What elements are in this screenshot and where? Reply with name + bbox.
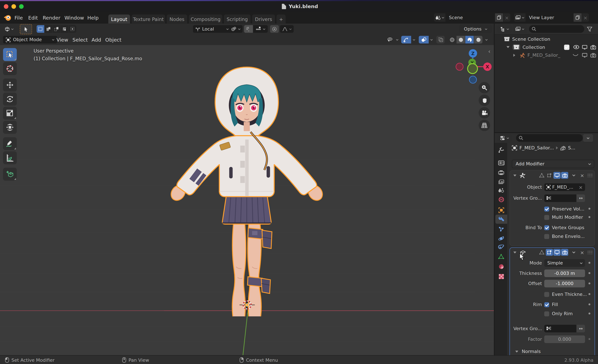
multi-modifier-checkbox[interactable]: [544, 215, 549, 220]
close-window-button[interactable]: [4, 4, 8, 9]
menubar-render[interactable]: Render: [43, 11, 60, 24]
add-modifier-dropdown[interactable]: Add Modifier: [512, 160, 594, 168]
tab-output-properties[interactable]: [495, 168, 507, 177]
shading-wireframe-button[interactable]: [448, 36, 456, 43]
drag-handle-icon[interactable]: [587, 250, 593, 254]
select-mode-set-button[interactable]: [37, 25, 44, 33]
tab-particle-properties[interactable]: [495, 225, 507, 234]
preserve-volume-checkbox[interactable]: [544, 206, 549, 211]
tab-object-data-properties[interactable]: [495, 252, 507, 261]
disable-viewport-monitor-icon[interactable]: [582, 45, 587, 50]
solidify-thickness-slider[interactable]: -0.003 m: [544, 269, 585, 277]
viewport-menu-object[interactable]: Object: [105, 34, 122, 45]
clear-object-icon[interactable]: ×: [579, 185, 583, 190]
collection-checkbox[interactable]: [564, 44, 570, 50]
workspace-tab-compositing[interactable]: Compositing: [189, 15, 223, 24]
workspace-tab-drivers[interactable]: Drivers: [252, 15, 275, 24]
overlays-dropdown[interactable]: [429, 36, 434, 43]
select-mode-invert-button[interactable]: [61, 25, 68, 33]
view-layer-name-field[interactable]: View Layer: [526, 13, 576, 22]
proportional-falloff-dropdown[interactable]: [280, 25, 294, 33]
solidify-factor-slider[interactable]: 0.000: [544, 335, 585, 343]
on-cage-toggle[interactable]: [546, 249, 553, 256]
outliner-row-scene-collection[interactable]: Scene Collection: [495, 35, 598, 43]
show-overlays-toggle[interactable]: [419, 36, 429, 43]
shading-material-preview-button[interactable]: [465, 36, 473, 43]
properties-options-dropdown[interactable]: [583, 134, 593, 142]
select-mode-extend-button[interactable]: [45, 25, 52, 33]
shading-dropdown[interactable]: [483, 36, 489, 43]
view-layer-browse-button[interactable]: [514, 13, 525, 22]
show-in-viewport-toggle[interactable]: [553, 249, 561, 256]
show-in-viewport-toggle[interactable]: [553, 172, 561, 179]
breadcrumb-object-name[interactable]: F_MED_Sailor...: [519, 145, 554, 151]
navigation-gizmo[interactable]: Z Y X: [452, 46, 494, 88]
proportional-editing-toggle[interactable]: [270, 25, 279, 33]
tab-view-layer-properties[interactable]: [495, 177, 507, 186]
outliner-display-mode-dropdown[interactable]: [498, 25, 511, 33]
tool-add-primitive[interactable]: [3, 168, 17, 181]
object-visibility-dropdown[interactable]: [384, 36, 399, 43]
scene-name-field[interactable]: Scene: [446, 13, 498, 22]
blender-logo-icon[interactable]: [4, 14, 12, 21]
expand-collection-icon[interactable]: [507, 46, 510, 48]
show-in-render-toggle[interactable]: [561, 172, 568, 179]
disable-render-camera-icon[interactable]: [590, 45, 596, 50]
menubar-window[interactable]: Window: [64, 11, 84, 24]
xray-toggle[interactable]: [436, 36, 445, 43]
viewport-menu-select[interactable]: Select: [73, 34, 88, 45]
tab-render-properties[interactable]: [495, 158, 507, 167]
only-rim-checkbox[interactable]: [544, 311, 549, 316]
tool-transform[interactable]: [3, 121, 17, 134]
tab-material-properties[interactable]: [495, 262, 507, 271]
outliner-filter-type-dropdown[interactable]: [513, 25, 527, 33]
collapse-panel-icon[interactable]: [514, 174, 516, 176]
camera-view-button[interactable]: [479, 107, 490, 119]
properties-display-dropdown[interactable]: [498, 134, 511, 142]
minimize-window-button[interactable]: [11, 4, 16, 9]
snap-target-dropdown[interactable]: [253, 25, 268, 33]
hide-eye-icon[interactable]: [573, 45, 579, 49]
shading-rendered-button[interactable]: [474, 36, 482, 43]
armature-object-field[interactable]: F_MED_... ×: [544, 183, 585, 191]
solidify-mode-dropdown[interactable]: Simple: [544, 259, 585, 267]
even-thickness-checkbox[interactable]: [544, 292, 549, 297]
modifier-extras-dropdown[interactable]: [572, 251, 576, 254]
disable-viewport-monitor-icon[interactable]: [582, 53, 587, 57]
remove-modifier-button[interactable]: ×: [580, 250, 584, 255]
hidden-closed-eye-icon[interactable]: [573, 53, 579, 57]
shading-solid-button[interactable]: [457, 36, 465, 43]
tab-texture-properties[interactable]: [495, 272, 507, 281]
workspace-tab-layout[interactable]: Layout: [108, 15, 130, 24]
scene-browse-button[interactable]: [434, 13, 446, 22]
modifier-extras-dropdown[interactable]: [572, 174, 576, 176]
transform-orientation-dropdown[interactable]: Local: [193, 25, 231, 33]
drag-handle-icon[interactable]: [587, 174, 593, 177]
invert-vertex-group-button[interactable]: ↔: [577, 325, 585, 332]
tool-select-box[interactable]: [3, 48, 17, 61]
viewport-menu-view[interactable]: View: [57, 34, 68, 45]
workspace-tab-scripting[interactable]: Scripting: [224, 15, 250, 24]
bone-envelopes-checkbox[interactable]: [544, 234, 549, 239]
tab-physics-properties[interactable]: [495, 234, 507, 243]
viewport-menu-add[interactable]: Add: [92, 34, 101, 45]
menubar-help[interactable]: Help: [87, 11, 99, 24]
active-tool-select-box-button[interactable]: [20, 24, 32, 34]
scene-new-button[interactable]: [495, 13, 503, 22]
tool-annotate[interactable]: [3, 137, 17, 150]
tool-rotate[interactable]: [3, 93, 17, 106]
outliner-row-collection[interactable]: Collection: [495, 43, 598, 51]
tab-modifier-properties[interactable]: [495, 215, 507, 224]
gizmos-dropdown[interactable]: [412, 36, 417, 43]
invert-vertex-group-button[interactable]: ↔: [577, 194, 585, 202]
collapse-panel-icon[interactable]: [514, 251, 516, 253]
scene-unlink-button[interactable]: ×: [503, 13, 510, 22]
tool-cursor[interactable]: [3, 62, 17, 75]
sidebar-collapse-arrow[interactable]: ‹: [488, 48, 490, 55]
tab-object-properties[interactable]: [495, 206, 507, 215]
armature-vertex-group-field[interactable]: [544, 194, 576, 202]
solidify-vertex-group-field[interactable]: [544, 325, 576, 332]
properties-search-input[interactable]: [516, 134, 583, 142]
orthographic-toggle-button[interactable]: [479, 120, 490, 131]
zoom-window-button[interactable]: [19, 4, 24, 9]
